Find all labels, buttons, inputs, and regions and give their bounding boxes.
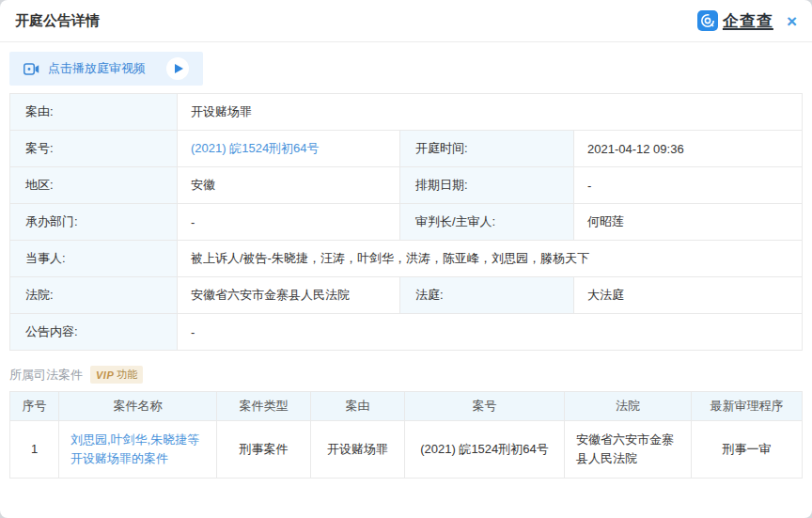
- case-reason-label: 案由:: [10, 94, 178, 131]
- schedule-date-label: 排期日期:: [400, 167, 574, 204]
- col-header-latest-procedure: 最新审理程序: [692, 392, 803, 421]
- cell-case-type: 刑事案件: [217, 421, 311, 479]
- vip-logo: VIP: [96, 369, 114, 381]
- case-reason-value: 开设赌场罪: [178, 94, 803, 131]
- region-label: 地区:: [10, 167, 178, 204]
- modal-body: 点击播放庭审视频 案由: 开设赌场罪 案号: (2021) 皖1524刑初64号…: [0, 42, 812, 488]
- content-value: -: [178, 314, 803, 351]
- play-button[interactable]: [166, 57, 189, 80]
- court-label: 法院:: [10, 277, 178, 314]
- cell-case-number: (2021) 皖1524刑初64号: [405, 421, 565, 479]
- judge-label: 审判长/主审人:: [400, 204, 574, 241]
- related-cases-section-header: 所属司法案件 VIP 功能: [9, 366, 803, 384]
- related-cases-table: 序号 案件名称 案件类型 案由 案号 法院 最新审理程序 1 刘思园,叶剑华,朱…: [9, 391, 803, 479]
- case-number-label: 案号:: [10, 131, 178, 167]
- table-row: 案号: (2021) 皖1524刑初64号 开庭时间: 2021-04-12 0…: [10, 131, 803, 167]
- table-row: 承办部门: - 审判长/主审人: 何昭莲: [10, 204, 803, 241]
- logo-glyph-icon: [699, 12, 716, 29]
- cell-court: 安徽省六安市金寨县人民法院: [565, 421, 692, 479]
- case-name-link[interactable]: 刘思园,叶剑华,朱晓捷等开设赌场罪的案件: [70, 432, 199, 465]
- courtroom-label: 法庭:: [400, 277, 574, 314]
- table-row: 法院: 安徽省六安市金寨县人民法院 法庭: 大法庭: [10, 277, 803, 314]
- close-icon[interactable]: ×: [787, 12, 797, 30]
- department-value: -: [178, 204, 400, 241]
- brand-wordmark: 企查查: [723, 10, 773, 32]
- play-trial-video-banner[interactable]: 点击播放庭审视频: [9, 52, 203, 86]
- schedule-date-value: -: [574, 167, 803, 204]
- cell-index: 1: [10, 421, 59, 479]
- region-value: 安徽: [178, 167, 400, 204]
- table-row: 公告内容: -: [10, 314, 803, 351]
- table-row: 地区: 安徽 排期日期: -: [10, 167, 803, 204]
- hearing-announcement-modal: 开庭公告详情 企查查 × 点击播放庭审视频: [0, 0, 812, 518]
- col-header-court: 法院: [565, 392, 692, 421]
- play-icon: [175, 64, 183, 73]
- hearing-time-label: 开庭时间:: [400, 131, 574, 167]
- related-cases-title: 所属司法案件: [9, 367, 83, 384]
- cell-latest-procedure: 刑事一审: [692, 421, 803, 479]
- hearing-time-value: 2021-04-12 09:36: [574, 131, 803, 167]
- table-row: 当事人: 被上诉人/被告-朱晓捷，汪涛，叶剑华，洪涛，陈亚峰，刘思园，滕杨天下: [10, 241, 803, 277]
- case-number-link[interactable]: (2021) 皖1524刑初64号: [191, 141, 320, 155]
- announcement-detail-table: 案由: 开设赌场罪 案号: (2021) 皖1524刑初64号 开庭时间: 20…: [9, 93, 803, 351]
- qichacha-logo-icon: [697, 10, 718, 31]
- cell-case-reason: 开设赌场罪: [311, 421, 405, 479]
- department-label: 承办部门:: [10, 204, 178, 241]
- court-value: 安徽省六安市金寨县人民法院: [178, 277, 400, 314]
- header-right: 企查查 ×: [697, 10, 797, 32]
- col-header-case-reason: 案由: [311, 392, 405, 421]
- cases-header-row: 序号 案件名称 案件类型 案由 案号 法院 最新审理程序: [10, 392, 803, 421]
- col-header-case-type: 案件类型: [217, 392, 311, 421]
- page-title: 开庭公告详情: [15, 12, 100, 30]
- table-row: 案由: 开设赌场罪: [10, 94, 803, 131]
- content-label: 公告内容:: [10, 314, 178, 351]
- parties-label: 当事人:: [10, 241, 178, 277]
- col-header-index: 序号: [10, 392, 59, 421]
- video-camera-icon: [23, 63, 39, 75]
- play-video-label: 点击播放庭审视频: [48, 60, 146, 77]
- vip-badge-label: 功能: [117, 368, 137, 382]
- col-header-case-number: 案号: [405, 392, 565, 421]
- vip-feature-badge[interactable]: VIP 功能: [90, 366, 143, 384]
- table-row: 1 刘思园,叶剑华,朱晓捷等开设赌场罪的案件 刑事案件 开设赌场罪 (2021)…: [10, 421, 803, 479]
- col-header-case-name: 案件名称: [59, 392, 217, 421]
- courtroom-value: 大法庭: [574, 277, 803, 314]
- parties-value: 被上诉人/被告-朱晓捷，汪涛，叶剑华，洪涛，陈亚峰，刘思园，滕杨天下: [178, 241, 803, 277]
- judge-value: 何昭莲: [574, 204, 803, 241]
- modal-header: 开庭公告详情 企查查 ×: [0, 0, 812, 42]
